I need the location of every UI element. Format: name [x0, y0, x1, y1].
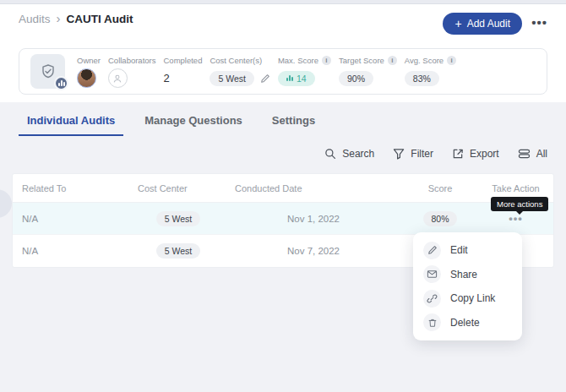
menu-item-edit[interactable]: Edit	[413, 238, 522, 263]
bar-chart-icon	[286, 75, 293, 81]
cost-center-chip: 5 West	[210, 71, 253, 86]
col-cost-center: Cost Center	[132, 183, 225, 193]
menu-item-copy-link[interactable]: Copy Link	[413, 286, 522, 311]
cell-conducted-date: Nov 7, 2022	[225, 246, 402, 256]
summary-stats: Owner Collaborators Completed	[77, 56, 456, 88]
cell-cost-center-chip: 5 West	[156, 211, 200, 226]
stat-owner: Owner	[77, 56, 101, 88]
info-icon[interactable]: i	[322, 56, 331, 65]
edit-cost-center-button[interactable]	[260, 74, 270, 84]
stat-completed-label: Completed	[163, 56, 202, 65]
stat-avg-score-label: Avg. Score i	[405, 56, 456, 65]
stat-target-score: Target Score i 90%	[339, 56, 397, 88]
cell-cost-center-chip: 5 West	[156, 243, 200, 259]
plus-icon: +	[454, 18, 461, 30]
menu-item-delete[interactable]: Delete	[413, 311, 522, 335]
cell-related-to: N/A	[13, 246, 132, 256]
stat-collaborators-label: Collaborators	[108, 56, 156, 65]
breadcrumb-audits-link[interactable]: Audits	[19, 13, 51, 25]
stat-target-score-label: Target Score i	[339, 56, 397, 65]
audit-shield-icon	[30, 54, 65, 89]
owner-avatar[interactable]	[77, 68, 96, 88]
stat-avg-score: Avg. Score i 83%	[405, 56, 456, 88]
tab-individual-audits[interactable]: Individual Audits	[19, 111, 123, 136]
search-icon	[324, 148, 336, 160]
link-icon	[423, 290, 441, 308]
completed-count: 2	[163, 72, 169, 84]
header-more-actions-button[interactable]: •••	[531, 14, 547, 32]
filter-button[interactable]: Filter	[393, 148, 433, 160]
chart-badge-icon	[54, 76, 68, 90]
rows-icon	[518, 148, 531, 160]
pencil-icon	[423, 242, 441, 259]
page-header: Audits › CAUTI Audit + Add Audit ••• Own…	[0, 5, 566, 102]
audit-summary-card: Owner Collaborators Completed	[19, 48, 547, 95]
tabs: Individual Audits Manage Questions Setti…	[19, 111, 324, 136]
chevron-right-icon: ›	[57, 12, 61, 26]
tab-manage-questions[interactable]: Manage Questions	[136, 111, 251, 136]
filter-icon	[393, 148, 405, 160]
page-title: CAUTI Audit	[67, 13, 133, 25]
trash-icon	[423, 313, 441, 331]
stat-max-score: Max. Score i 14	[278, 56, 331, 88]
menu-item-share[interactable]: Share	[413, 263, 522, 287]
table-header-row: Related To Cost Center Conducted Date Sc…	[13, 174, 553, 203]
stat-collaborators: Collaborators	[108, 56, 156, 88]
tab-settings[interactable]: Settings	[264, 111, 324, 136]
table-toolbar: Search Filter Export All	[324, 144, 547, 163]
col-related-to: Related To	[13, 183, 132, 193]
avg-score-chip: 83%	[405, 71, 439, 86]
add-collaborator-button[interactable]	[108, 68, 128, 88]
breadcrumb: Audits › CAUTI Audit	[19, 12, 133, 26]
export-icon	[452, 148, 464, 160]
cell-score-chip: 80%	[423, 211, 456, 226]
stat-max-score-label: Max. Score i	[278, 56, 331, 65]
all-filter-button[interactable]: All	[518, 148, 547, 160]
search-button[interactable]: Search	[324, 148, 374, 160]
col-conducted-date: Conducted Date	[225, 183, 402, 193]
stat-owner-label: Owner	[77, 56, 101, 65]
window-top-strip	[0, 0, 566, 4]
row-context-menu: Edit Share Copy Link Delet	[413, 232, 522, 340]
stat-completed: Completed 2	[163, 56, 202, 88]
table-row[interactable]: N/A 5 West Nov 1, 2022 80% •••	[13, 203, 553, 235]
stat-cost-centers: Cost Center(s) 5 West	[210, 56, 269, 88]
stat-cost-centers-label: Cost Center(s)	[210, 56, 269, 65]
max-score-chip: 14	[278, 71, 315, 86]
cell-related-to: N/A	[13, 214, 132, 224]
info-icon[interactable]: i	[388, 56, 397, 65]
envelope-icon	[423, 265, 441, 283]
cell-conducted-date: Nov 1, 2022	[225, 214, 402, 224]
info-icon[interactable]: i	[447, 56, 456, 65]
more-actions-tooltip: More actions	[491, 197, 548, 211]
col-take-action: Take Action	[478, 183, 553, 193]
target-score-chip: 90%	[339, 71, 373, 86]
add-audit-label: Add Audit	[467, 18, 510, 30]
add-audit-button[interactable]: + Add Audit	[443, 13, 522, 35]
export-button[interactable]: Export	[452, 148, 499, 160]
col-score: Score	[402, 183, 478, 193]
